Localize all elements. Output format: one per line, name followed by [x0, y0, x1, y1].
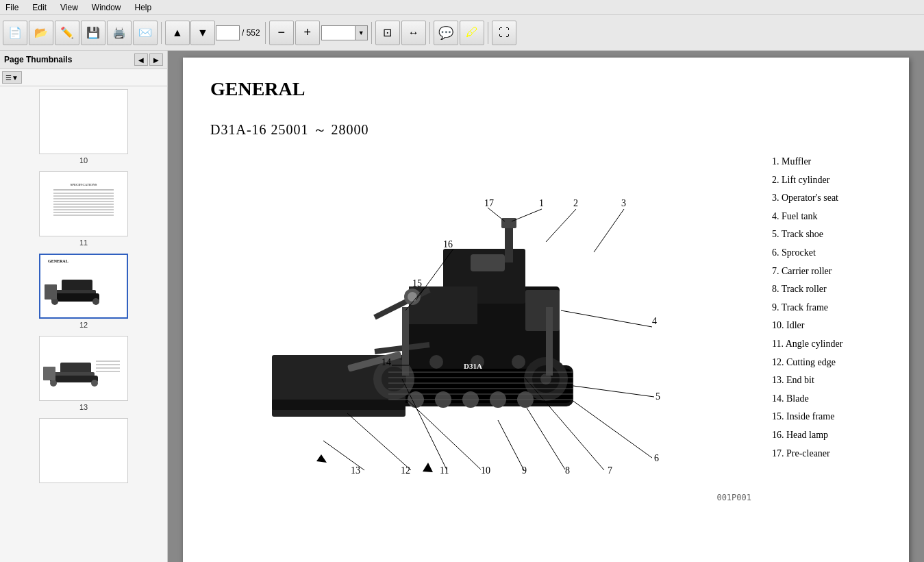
svg-text:10: 10 [481, 465, 490, 476]
new-button[interactable]: 📄 [3, 21, 27, 45]
svg-line-99 [323, 441, 364, 470]
svg-rect-20 [45, 284, 57, 300]
svg-rect-7 [53, 201, 114, 202]
sidebar-expand-button[interactable]: ▶ [149, 53, 163, 66]
menu-edit[interactable]: Edit [29, 2, 49, 13]
fit-width-button[interactable]: ↔ [401, 21, 426, 45]
menu-window[interactable]: Window [89, 2, 124, 13]
menu-bar: File Edit View Window Help [0, 0, 924, 15]
svg-rect-62 [525, 290, 560, 331]
thumb-label-12: 12 [79, 321, 88, 329]
content-area[interactable]: GENERAL D31A-16 25001 ～ 28000 [168, 51, 924, 562]
parts-list-item-10: 10. Idler [772, 317, 888, 335]
svg-rect-9 [53, 206, 114, 208]
menu-help[interactable]: Help [132, 2, 155, 13]
thumbnail-page-11[interactable]: SPECIFICATIONS 11 [3, 171, 164, 247]
menu-view[interactable]: View [58, 2, 81, 13]
edit-button[interactable]: ✏️ [55, 21, 79, 45]
parts-list-item-14: 14. Blade [772, 390, 888, 408]
svg-rect-10 [53, 209, 114, 210]
sidebar-options-button[interactable]: ☰▼ [2, 71, 22, 84]
svg-rect-65 [546, 307, 553, 376]
page-title: GENERAL [210, 78, 888, 100]
parts-list-item-11: 11. Angle cylinder [772, 335, 888, 354]
svg-rect-32 [40, 419, 127, 482]
thumb-label-13: 13 [79, 403, 88, 411]
svg-line-81 [561, 310, 652, 327]
svg-line-69 [512, 209, 542, 221]
separator3 [371, 22, 372, 44]
parts-list-item-1: 1. Muffler [772, 153, 888, 171]
thumb-label-10: 10 [79, 156, 88, 164]
thumb-label-11: 11 [79, 239, 88, 247]
svg-rect-17 [51, 293, 99, 302]
zoom-in-button[interactable]: + [295, 21, 320, 45]
parts-list-item-8: 8. Track roller [772, 280, 888, 299]
svg-rect-31 [96, 371, 120, 372]
highlight-button[interactable]: 🖊 [460, 21, 484, 45]
diagram-area: 17 1 2 3 16 [210, 153, 888, 509]
svg-text:1: 1 [539, 198, 544, 208]
zoom-group: 150% ▼ [321, 25, 368, 40]
parts-list-item-9: 9. Track frame [772, 299, 888, 317]
svg-rect-43 [272, 400, 405, 410]
comment-button[interactable]: 💬 [434, 21, 458, 45]
separator2 [265, 22, 266, 44]
toolbar: 📄 📂 ✏️ 💾 🖨️ ✉️ ▲ ▼ 12 / 552 − + 150% ▼ ⊡… [0, 15, 924, 51]
svg-line-73 [594, 209, 624, 252]
svg-line-85 [566, 396, 652, 458]
prev-page-button[interactable]: ▲ [165, 21, 190, 45]
parts-list-item-2: 2. Lift cylinder [772, 171, 888, 190]
svg-rect-8 [53, 204, 114, 205]
sidebar-collapse-button[interactable]: ◀ [134, 53, 148, 66]
diagram-svg-container: 17 1 2 3 16 [210, 153, 765, 509]
svg-text:17: 17 [484, 198, 494, 208]
thumbnail-img-13 [39, 336, 128, 401]
next-page-button[interactable]: ▼ [190, 21, 215, 45]
sidebar-toolbar: ☰▼ [0, 69, 167, 86]
svg-text:3: 3 [621, 198, 626, 208]
separator5 [488, 22, 488, 44]
thumbnail-img-14 [39, 418, 128, 483]
nav-group: ▲ ▼ 12 / 552 [165, 21, 262, 45]
svg-text:8: 8 [565, 465, 570, 476]
svg-text:15: 15 [412, 278, 422, 289]
sidebar-scroll[interactable]: 10 SPECIFICATIONS [0, 86, 167, 562]
svg-line-97 [347, 413, 411, 470]
thumbnail-img-10 [39, 89, 128, 154]
thumbnail-page-14[interactable] [3, 418, 164, 485]
parts-list-item-12: 12. Cutting edge [772, 354, 888, 372]
print-button[interactable]: 🖨️ [107, 21, 132, 45]
parts-list-item-7: 7. Carrier roller [772, 262, 888, 281]
thumbnail-page-12[interactable]: GENERAL 12 [3, 254, 164, 329]
svg-text:14: 14 [382, 357, 391, 367]
svg-text:11: 11 [440, 465, 449, 476]
page-input[interactable]: 12 [216, 25, 240, 40]
svg-text:GENERAL: GENERAL [48, 259, 68, 263]
svg-line-67 [488, 208, 505, 221]
svg-rect-27 [43, 367, 55, 380]
thumbnail-page-10[interactable]: 10 [3, 89, 164, 164]
open-button[interactable]: 📂 [29, 21, 53, 45]
email-button[interactable]: ✉️ [133, 21, 158, 45]
separator4 [429, 22, 430, 44]
zoom-input[interactable]: 150% [321, 25, 355, 40]
svg-rect-6 [53, 198, 114, 199]
menu-file[interactable]: File [3, 2, 21, 13]
sidebar: Page Thumbnails ◀ ▶ ☰▼ 10 [0, 51, 168, 562]
document-page: GENERAL D31A-16 25001 ～ 28000 [183, 58, 909, 562]
save-button[interactable]: 💾 [81, 21, 105, 45]
thumbnail-page-13[interactable]: 13 [3, 336, 164, 411]
sidebar-title: Page Thumbnails [4, 55, 72, 64]
fullscreen-button[interactable]: ⛶ [492, 21, 516, 45]
watermark: 001P001 [716, 493, 751, 502]
thumbnail-img-11: SPECIFICATIONS [39, 171, 128, 236]
zoom-out-button[interactable]: − [269, 21, 294, 45]
parts-list-item-13: 13. End bit [772, 371, 888, 390]
fit-page-button[interactable]: ⊡ [375, 21, 400, 45]
svg-rect-24 [50, 376, 98, 382]
svg-rect-36 [501, 218, 516, 228]
zoom-dropdown[interactable]: ▼ [355, 25, 368, 40]
svg-point-53 [512, 355, 525, 369]
svg-rect-11 [53, 212, 114, 213]
